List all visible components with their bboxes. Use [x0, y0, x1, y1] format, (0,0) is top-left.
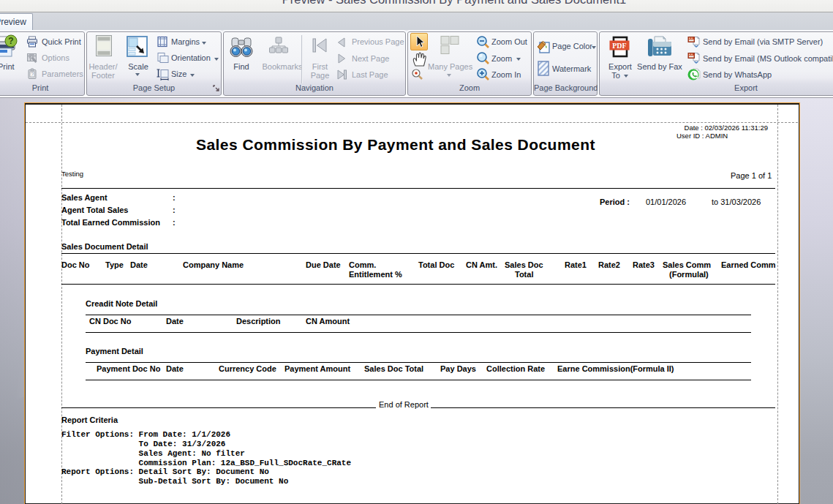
svg-text:?: ?	[31, 72, 34, 77]
svg-text:?: ?	[8, 36, 13, 46]
svg-text:PDF: PDF	[612, 42, 626, 50]
